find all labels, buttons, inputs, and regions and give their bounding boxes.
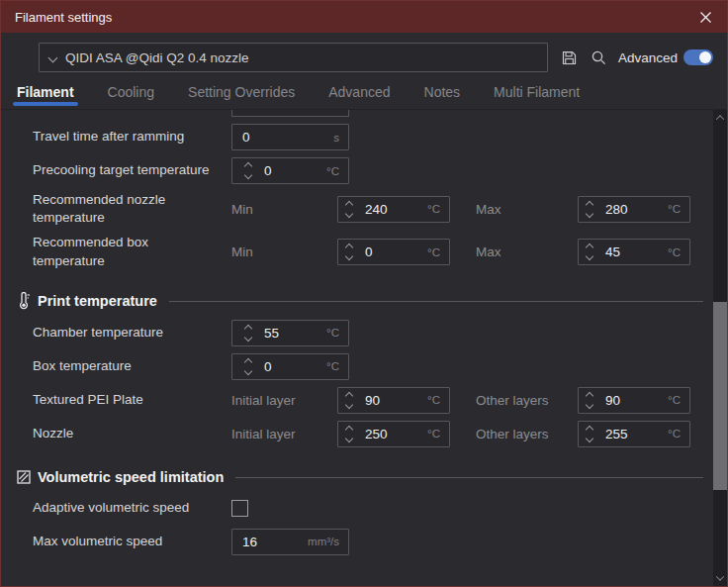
section-divider xyxy=(235,477,703,478)
save-icon xyxy=(561,49,578,66)
scroll-down-button[interactable] xyxy=(713,571,727,585)
settings-tab-bar: Filament Cooling Setting Overrides Advan… xyxy=(1,82,727,110)
setting-row-travel-time-after-ramming: Travel time after ramming 0 s xyxy=(1,124,727,150)
precooling-temp-input[interactable]: 0 °C xyxy=(231,157,349,184)
unit-label: °C xyxy=(326,165,339,177)
nozzle-initial-layer-input[interactable]: 250 °C xyxy=(337,421,450,447)
spinner-control[interactable] xyxy=(343,202,358,217)
setting-label: Precooling target temperature xyxy=(33,161,231,179)
toggle-knob xyxy=(699,51,711,63)
pei-other-layers-input[interactable]: 90 °C xyxy=(578,387,690,414)
input-value[interactable]: 0 xyxy=(264,359,326,374)
setting-row-precooling-target-temperature: Precooling target temperature 0 °C xyxy=(1,157,727,184)
input-value[interactable]: 240 xyxy=(365,202,427,217)
vertical-scrollbar[interactable] xyxy=(713,110,727,586)
advanced-mode-toggle[interactable] xyxy=(683,49,713,65)
tab-notes[interactable]: Notes xyxy=(422,82,463,106)
close-button[interactable] xyxy=(697,9,713,25)
input-value[interactable]: 90 xyxy=(605,393,668,408)
thermometer-icon xyxy=(15,292,33,310)
setting-label: Chamber temperature xyxy=(33,324,231,342)
unit-label: °C xyxy=(427,394,440,406)
adaptive-volumetric-speed-checkbox[interactable] xyxy=(231,500,248,517)
settings-scroll-area: Travel time after ramming 0 s Precooling… xyxy=(1,110,727,586)
input-value[interactable]: 90 xyxy=(365,393,427,408)
clipped-input-above xyxy=(231,110,349,117)
input-value[interactable]: 0 xyxy=(242,130,333,145)
setting-row-box-temperature: Box temperature 0 °C xyxy=(1,353,727,380)
filament-settings-dialog: Filament settings QIDI ASA @Qidi Q2 0.4 … xyxy=(0,0,728,587)
initial-layer-sublabel: Initial layer xyxy=(231,393,337,408)
section-volumetric-speed-limitation: Volumetric speed limitation xyxy=(1,469,727,485)
spinner-control[interactable] xyxy=(584,393,598,408)
input-value[interactable]: 0 xyxy=(264,163,326,178)
input-value[interactable]: 55 xyxy=(264,326,326,341)
initial-layer-sublabel: Initial layer xyxy=(231,427,337,441)
max-volumetric-speed-input[interactable]: 16 mm³/s xyxy=(231,529,349,555)
spinner-control[interactable] xyxy=(584,202,598,217)
advanced-mode-label: Advanced xyxy=(618,50,678,65)
unit-label: s xyxy=(333,132,339,144)
pei-initial-layer-input[interactable]: 90 °C xyxy=(337,387,450,414)
setting-label: Nozzle xyxy=(33,425,231,442)
tab-filament[interactable]: Filament xyxy=(15,82,76,106)
save-preset-button[interactable] xyxy=(561,49,578,66)
input-value[interactable]: 255 xyxy=(605,427,668,441)
unit-label: °C xyxy=(668,246,681,258)
nozzle-temp-max-input[interactable]: 280 °C xyxy=(578,196,690,223)
input-value[interactable]: 0 xyxy=(365,245,427,259)
spinner-control[interactable] xyxy=(584,245,598,259)
min-sublabel: Min xyxy=(231,245,337,259)
nozzle-temp-min-input[interactable]: 240 °C xyxy=(337,196,450,223)
search-button[interactable] xyxy=(591,49,607,66)
nozzle-other-layers-input[interactable]: 255 °C xyxy=(578,421,690,447)
max-sublabel: Max xyxy=(476,245,578,259)
tab-cooling[interactable]: Cooling xyxy=(106,82,156,106)
unit-label: °C xyxy=(427,203,440,215)
chamber-temp-input[interactable]: 55 °C xyxy=(231,320,349,346)
box-temp-input[interactable]: 0 °C xyxy=(231,353,349,380)
window-title: Filament settings xyxy=(15,10,112,25)
box-temp-min-input[interactable]: 0 °C xyxy=(337,239,450,265)
setting-label: Textured PEI Plate xyxy=(33,391,231,409)
unit-label: °C xyxy=(668,203,681,215)
input-value[interactable]: 16 xyxy=(242,535,308,549)
travel-time-input[interactable]: 0 s xyxy=(231,124,349,150)
chevron-down-icon xyxy=(49,49,56,64)
setting-row-adaptive-volumetric-speed: Adaptive volumetric speed xyxy=(1,495,727,522)
unit-label: °C xyxy=(427,428,440,440)
other-layers-sublabel: Other layers xyxy=(476,393,578,408)
spinner-control[interactable] xyxy=(584,427,598,441)
setting-row-nozzle: Nozzle Initial layer 250 °C Other layers… xyxy=(1,421,727,447)
scroll-up-button[interactable] xyxy=(713,111,727,125)
preset-dropdown[interactable]: QIDI ASA @Qidi Q2 0.4 nozzle xyxy=(39,43,548,72)
spinner-control[interactable] xyxy=(343,393,358,408)
setting-label: Box temperature xyxy=(33,357,231,375)
setting-row-chamber-temperature: Chamber temperature 55 °C xyxy=(1,320,727,346)
tab-setting-overrides[interactable]: Setting Overrides xyxy=(186,82,297,106)
spinner-control[interactable] xyxy=(242,163,257,178)
unit-label: °C xyxy=(326,327,339,339)
unit-label: °C xyxy=(668,428,681,440)
setting-label: Max volumetric speed xyxy=(33,533,231,550)
spinner-control[interactable] xyxy=(242,359,257,374)
unit-label: °C xyxy=(668,394,681,406)
other-layers-sublabel: Other layers xyxy=(476,427,578,441)
setting-row-recommended-nozzle-temperature: Recommended nozzle temperature Min 240 °… xyxy=(1,191,727,227)
input-value[interactable]: 250 xyxy=(365,427,427,441)
section-title: Volumetric speed limitation xyxy=(38,469,224,485)
spinner-control[interactable] xyxy=(343,245,358,259)
spinner-control[interactable] xyxy=(242,326,257,341)
tab-multi-filament[interactable]: Multi Filament xyxy=(492,82,582,106)
title-bar: Filament settings xyxy=(1,1,727,33)
volumetric-speed-icon xyxy=(15,470,33,484)
section-print-temperature: Print temperature xyxy=(1,292,727,310)
scrollbar-thumb[interactable] xyxy=(713,302,727,490)
box-temp-max-input[interactable]: 45 °C xyxy=(578,239,690,265)
preset-selected-value: QIDI ASA @Qidi Q2 0.4 nozzle xyxy=(65,50,249,65)
spinner-control[interactable] xyxy=(343,427,358,441)
tab-advanced[interactable]: Advanced xyxy=(326,82,392,106)
input-value[interactable]: 45 xyxy=(605,245,668,259)
setting-label: Travel time after ramming xyxy=(33,128,231,146)
input-value[interactable]: 280 xyxy=(605,202,668,217)
